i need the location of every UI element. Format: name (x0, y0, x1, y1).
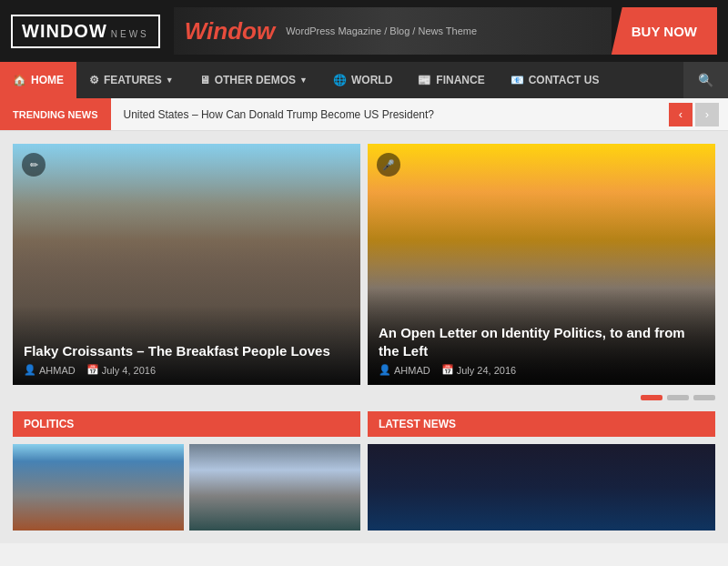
dot-1[interactable] (641, 395, 662, 400)
nav-item-finance[interactable]: 📰FINANCE (405, 62, 497, 98)
featured-title-2: An Open Letter on Identity Politics, to … (379, 324, 704, 359)
featured-date-1: 📅July 4, 2016 (86, 364, 156, 376)
dot-2[interactable] (667, 395, 689, 400)
featured-overlay-2: An Open Letter on Identity Politics, to … (368, 288, 715, 385)
header-banner: Window WordPress Magazine / Blog / News … (174, 7, 612, 55)
latest-news-thumbs (368, 444, 715, 531)
nav-item-contact[interactable]: 📧CONTACT US (498, 62, 612, 98)
nav-item-home[interactable]: 🏠HOME (0, 62, 76, 98)
trending-next-button[interactable]: › (695, 103, 719, 126)
trending-text: United States – How Can Donald Trump Bec… (111, 108, 670, 121)
trending-label: TRENDING NEWS (0, 98, 111, 130)
slider-dots (0, 390, 728, 408)
politics-section: POLITICS (13, 411, 360, 531)
nav-search-button[interactable]: 🔍 (683, 62, 728, 98)
featured-meta-1: 👤AHMAD 📅July 4, 2016 (24, 364, 349, 376)
featured-author-2: 👤AHMAD (379, 364, 430, 376)
logo-box[interactable]: WINDOW NEWS (11, 15, 160, 48)
featured-post-2[interactable]: 🎤 An Open Letter on Identity Politics, t… (368, 144, 715, 385)
featured-meta-2: 👤AHMAD 📅July 24, 2016 (379, 364, 704, 376)
banner-title: Window (185, 17, 275, 45)
nav-item-world[interactable]: 🌐WORLD (320, 62, 405, 98)
search-icon: 🔍 (698, 73, 713, 87)
pencil-icon: ✏ (22, 153, 46, 177)
latest-news-section: LATEST NEWS (368, 411, 715, 531)
politics-header: POLITICS (13, 411, 360, 437)
nav-bar: 🏠HOME ⚙FEATURES▼ 🖥OTHER DEMOS▼ 🌐WORLD 📰F… (0, 62, 728, 98)
banner-subtitle: WordPress Magazine / Blog / News Theme (286, 25, 477, 36)
logo-window-text: WINDOW (22, 21, 107, 42)
nav-item-other-demos[interactable]: 🖥OTHER DEMOS▼ (187, 62, 320, 98)
bottom-sections: POLITICS LATEST NEWS (0, 408, 728, 543)
featured-date-2: 📅July 24, 2016 (441, 364, 516, 376)
featured-post-1[interactable]: ✏ Flaky Croissants – The Breakfast Peopl… (13, 144, 360, 385)
featured-overlay-1: Flaky Croissants – The Breakfast People … (13, 306, 360, 386)
trending-nav: ‹ › (669, 103, 728, 126)
politics-thumb-1[interactable] (13, 444, 184, 531)
latest-news-thumb-1[interactable] (368, 444, 715, 531)
featured-author-1: 👤AHMAD (24, 364, 76, 376)
trending-bar: TRENDING NEWS United States – How Can Do… (0, 98, 728, 131)
mic-icon: 🎤 (377, 153, 400, 177)
trending-prev-button[interactable]: ‹ (669, 103, 693, 126)
politics-thumb-2[interactable] (189, 444, 360, 531)
dot-3[interactable] (693, 395, 715, 400)
politics-thumbs (13, 444, 360, 531)
buy-now-button[interactable]: BUY NOW (612, 7, 717, 55)
latest-news-header: LATEST NEWS (368, 411, 715, 437)
featured-title-1: Flaky Croissants – The Breakfast People … (24, 342, 349, 360)
featured-section: ✏ Flaky Croissants – The Breakfast Peopl… (0, 131, 728, 390)
nav-item-features[interactable]: ⚙FEATURES▼ (76, 62, 187, 98)
logo-news-text: NEWS (111, 29, 149, 39)
header: WINDOW NEWS Window WordPress Magazine / … (0, 0, 728, 62)
